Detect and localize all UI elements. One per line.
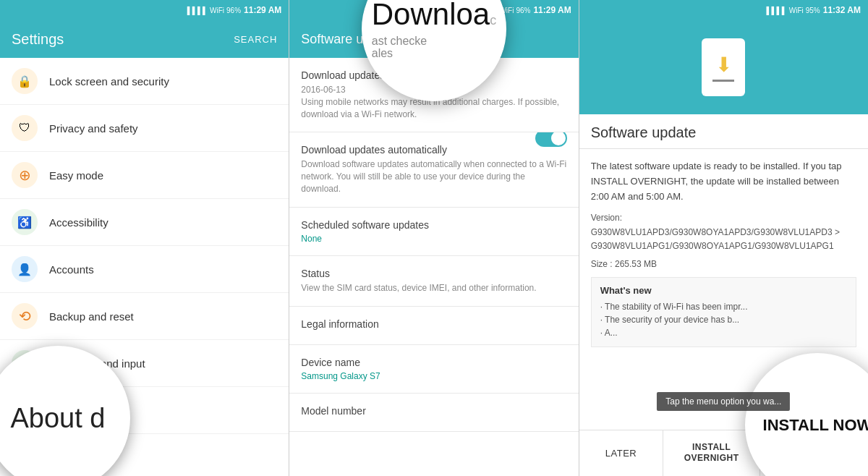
p2-section-auto[interactable]: Download updates automatically Download … — [289, 132, 578, 207]
p2-status-sub: View the SIM card status, device IMEI, a… — [301, 282, 566, 294]
p3-security: · The security of your device has b... — [600, 313, 847, 326]
privacy-label: Privacy and safety — [49, 122, 138, 135]
install-now-magnifier-circle: INSTALL NOW — [745, 353, 868, 476]
battery-percent-3: 95% — [806, 7, 820, 14]
lock-label: Lock screen and security — [49, 75, 169, 88]
p2-model-title: Model number — [301, 405, 566, 417]
settings-item-accounts[interactable]: 👤 Accounts — [0, 246, 289, 293]
p2-section-device-name[interactable]: Device name Samsung Galaxy S7 — [289, 345, 578, 394]
p2-section-legal[interactable]: Legal information — [289, 307, 578, 345]
download-magnifier-circle: Downloac ast checke ales — [362, 0, 506, 101]
download-magnifier-circle-inner: Downloac ast checke ales — [362, 0, 506, 101]
p3-version: Version: G930W8VLU1APD3/G930W8OYA1APD3/G… — [591, 211, 856, 253]
accessibility-label: Accessibility — [49, 216, 109, 229]
p2-device-name-value: Samsung Galaxy S7 — [301, 371, 566, 381]
easy-mode-label: Easy mode — [49, 169, 103, 182]
settings-item-accessibility[interactable]: ♿ Accessibility — [0, 199, 289, 246]
p2-auto-sub: Download software updates automatically … — [301, 158, 566, 195]
p3-whats-new-title: What's new — [600, 285, 847, 296]
p3-tooltip: Tap the menu option you wa... — [657, 392, 790, 411]
p2-legal-title: Legal information — [301, 318, 566, 330]
privacy-icon: 🛡 — [12, 115, 38, 141]
p2-scheduled-title: Scheduled software updates — [301, 219, 566, 231]
status-bar-1: ▌▌▌▌ WiFi 96% 11:29 AM — [0, 0, 289, 20]
settings-header: Settings SEARCH — [0, 20, 289, 58]
time-2: 11:29 AM — [533, 5, 571, 15]
status-icons-1: ▌▌▌▌ WiFi 96% — [187, 7, 241, 14]
accounts-icon: 👤 — [12, 256, 38, 282]
p2-scheduled-value: None — [301, 234, 566, 244]
status-icons-3: ▌▌▌▌ WiFi 95% — [766, 7, 820, 14]
p2-content: Download updates manually 2016-06-13 Usi… — [289, 58, 578, 476]
settings-item-backup[interactable]: ⟲ Backup and reset — [0, 293, 289, 340]
p2-section-scheduled[interactable]: Scheduled software updates None — [289, 208, 578, 256]
settings-title: Settings — [12, 31, 64, 48]
settings-item-privacy[interactable]: 🛡 Privacy and safety — [0, 105, 289, 152]
p3-image-area: ⬇ — [579, 20, 868, 114]
install-now-magnifier-text: INSTALL NOW — [763, 416, 868, 435]
auto-download-toggle[interactable] — [535, 132, 567, 147]
wifi-icon: WiFi — [210, 7, 224, 14]
download-arrow-icon: ⬇ — [712, 53, 734, 77]
time-3: 11:32 AM — [823, 5, 861, 15]
p2-section-model[interactable]: Model number — [289, 394, 578, 432]
status-bar-3: ▌▌▌▌ WiFi 95% 11:32 AM — [579, 0, 868, 20]
magnifier-text: About d — [0, 403, 120, 434]
update-settings-panel: Downloac ast checke ales ▌▌▌▌ WiFi 96% 1… — [289, 0, 579, 476]
download-magnifier-text: Downloac ast checke ales — [365, 0, 503, 67]
settings-item-lock[interactable]: 🔒 Lock screen and security — [0, 58, 289, 105]
search-button[interactable]: SEARCH — [234, 34, 277, 45]
p2-device-name-title: Device name — [301, 357, 566, 368]
p3-body-text: The latest software update is ready to b… — [591, 159, 856, 204]
software-update-panel: ▌▌▌▌ WiFi 95% 11:32 AM ⬇ Software update… — [579, 0, 868, 476]
settings-item-easy-mode[interactable]: ⊕ Easy mode — [0, 152, 289, 199]
phone-update-icon: ⬇ — [702, 38, 745, 96]
p3-title: Software update — [591, 124, 856, 141]
p3-whats-new: What's new · The stability of Wi-Fi has … — [591, 277, 856, 347]
backup-icon: ⟲ — [12, 303, 38, 329]
p2-auto-title: Download updates automatically — [301, 144, 566, 156]
backup-label: Backup and reset — [49, 310, 134, 323]
accounts-label: Accounts — [49, 263, 94, 276]
lock-icon: 🔒 — [12, 68, 38, 94]
accessibility-icon: ♿ — [12, 209, 38, 235]
easy-mode-icon: ⊕ — [12, 162, 38, 188]
p2-section-status[interactable]: Status View the SIM card status, device … — [289, 256, 578, 307]
settings-panel: ▌▌▌▌ WiFi 96% 11:29 AM Settings SEARCH 🔒… — [0, 0, 289, 476]
battery-percent-2: 96% — [516, 7, 530, 14]
p3-title-bar: Software update — [579, 114, 868, 149]
install-now-magnifier-inner: INSTALL NOW — [745, 353, 868, 476]
p2-status-title: Status — [301, 268, 566, 279]
battery-percent-1: 96% — [226, 7, 241, 14]
time-1: 11:29 AM — [244, 5, 281, 15]
later-button[interactable]: LATER — [579, 430, 664, 476]
signal-icon: ▌▌▌▌ — [187, 7, 208, 14]
wifi-icon-3: WiFi — [789, 7, 804, 14]
p3-extra: · A... — [600, 326, 847, 339]
signal-icon-3: ▌▌▌▌ — [766, 7, 786, 14]
p3-wifi-stability: · The stability of Wi-Fi has been impr..… — [600, 300, 847, 313]
p3-size: Size : 265.53 MB — [591, 258, 856, 271]
